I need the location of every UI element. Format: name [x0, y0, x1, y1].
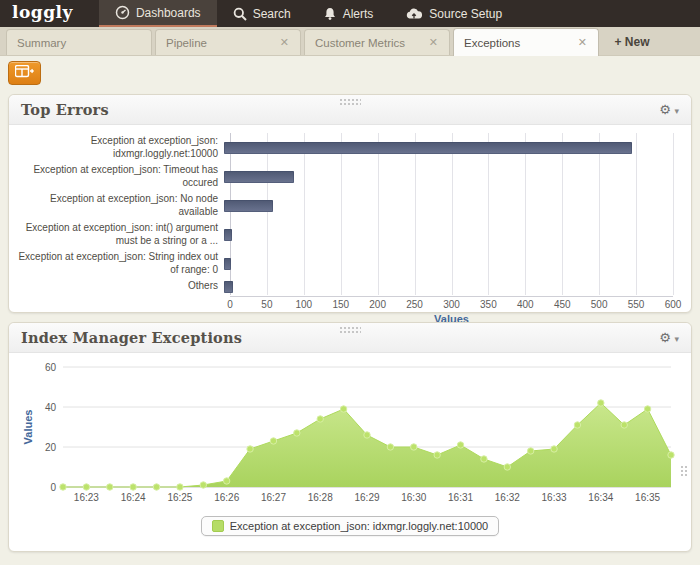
tab-exceptions[interactable]: Exceptions✕ — [453, 28, 599, 56]
chart-legend: Exception at exception_json: idxmgr.logg… — [19, 516, 681, 536]
panel-top-errors: Top Errors ⚙ ▾ Exception at exception_js… — [8, 94, 692, 313]
panel-drag-handle[interactable] — [339, 326, 361, 333]
bar-label: Exception at exception_json: int() argum… — [9, 222, 224, 247]
y-axis-label: Values — [22, 410, 34, 445]
search-icon — [233, 7, 247, 21]
svg-text:16:23: 16:23 — [74, 492, 99, 503]
bar-row: Exception at exception_json: int() argum… — [9, 220, 691, 249]
gear-icon[interactable]: ⚙ ▾ — [659, 330, 679, 345]
bar-row: Exception at exception_json: No node ava… — [9, 191, 691, 220]
close-icon[interactable]: ✕ — [426, 35, 441, 50]
cloud-icon — [405, 7, 423, 20]
svg-text:16:31: 16:31 — [448, 492, 473, 503]
gauge-icon — [115, 5, 130, 20]
bar-row: Others — [9, 278, 691, 295]
bell-icon — [323, 7, 337, 21]
top-errors-bar-chart: Exception at exception_json: idxmgr.logg… — [9, 125, 691, 333]
bar[interactable] — [224, 142, 632, 154]
tab-summary[interactable]: Summary — [6, 29, 152, 55]
svg-text:16:32: 16:32 — [495, 492, 520, 503]
bar-label: Exception at exception_json: Timeout has… — [9, 164, 224, 189]
svg-text:16:28: 16:28 — [308, 492, 333, 503]
nav-items: DashboardsSearchAlertsSource Setup — [99, 0, 518, 27]
top-nav: loggly DashboardsSearchAlertsSource Setu… — [0, 0, 700, 27]
svg-text:16:25: 16:25 — [167, 492, 192, 503]
nav-item-source-setup[interactable]: Source Setup — [389, 0, 518, 27]
bar-label: Exception at exception_json: String inde… — [9, 251, 224, 276]
svg-text:16:30: 16:30 — [401, 492, 426, 503]
tab-bar: SummaryPipeline✕Customer Metrics✕Excepti… — [0, 27, 700, 56]
area-chart-svg: 020406016:2316:2416:2516:2616:2716:2816:… — [19, 359, 683, 511]
svg-text:16:29: 16:29 — [354, 492, 379, 503]
legend-swatch — [212, 520, 224, 532]
dashboard-content: Top Errors ⚙ ▾ Exception at exception_js… — [0, 56, 700, 552]
close-icon[interactable]: ✕ — [575, 35, 590, 50]
nav-item-dashboards[interactable]: Dashboards — [99, 0, 217, 27]
resize-handle[interactable] — [680, 465, 688, 476]
bar-row: Exception at exception_json: Timeout has… — [9, 162, 691, 191]
bar-row: Exception at exception_json: idxmgr.logg… — [9, 133, 691, 162]
panel-drag-handle[interactable] — [339, 98, 361, 105]
tab-new[interactable]: + New — [602, 29, 660, 55]
bar-label: Exception at exception_json: No node ava… — [9, 193, 224, 218]
svg-text:16:27: 16:27 — [261, 492, 286, 503]
svg-text:0: 0 — [50, 482, 56, 493]
nav-item-search[interactable]: Search — [217, 0, 307, 27]
svg-text:16:35: 16:35 — [635, 492, 660, 503]
bar-row: Exception at exception_json: String inde… — [9, 249, 691, 278]
columns-plus-icon — [15, 65, 34, 82]
bar-label: Others — [9, 280, 224, 293]
loggly-logo[interactable]: loggly — [0, 0, 87, 27]
panel-index-manager-exceptions: Index Manager Exceptions ⚙ ▾ 020406016:2… — [8, 322, 692, 552]
bar-label: Exception at exception_json: idxmgr.logg… — [9, 135, 224, 160]
svg-text:20: 20 — [45, 442, 57, 453]
bar[interactable] — [224, 171, 294, 183]
svg-text:60: 60 — [45, 362, 57, 373]
close-icon[interactable]: ✕ — [277, 35, 292, 50]
bar[interactable] — [224, 258, 231, 270]
bar[interactable] — [224, 229, 232, 241]
legend-label: Exception at exception_json: idxmgr.logg… — [230, 520, 488, 532]
panel-title: Top Errors — [21, 101, 109, 118]
chevron-down-icon: ▾ — [674, 334, 679, 344]
tab-pipeline[interactable]: Pipeline✕ — [155, 29, 301, 55]
tab-customer-metrics[interactable]: Customer Metrics✕ — [304, 29, 450, 55]
bar[interactable] — [224, 281, 233, 293]
svg-text:16:33: 16:33 — [542, 492, 567, 503]
add-widget-button[interactable] — [8, 61, 41, 85]
panel-title: Index Manager Exceptions — [21, 329, 242, 346]
x-axis: 050100150200250300350400450500550600 — [230, 296, 673, 310]
svg-text:16:34: 16:34 — [588, 492, 613, 503]
svg-text:40: 40 — [45, 402, 57, 413]
bar[interactable] — [224, 200, 273, 212]
nav-item-alerts[interactable]: Alerts — [307, 0, 390, 27]
chevron-down-icon: ▾ — [674, 106, 679, 116]
svg-text:16:24: 16:24 — [121, 492, 146, 503]
index-manager-area-chart: 020406016:2316:2416:2516:2616:2716:2816:… — [9, 353, 691, 548]
svg-text:16:26: 16:26 — [214, 492, 239, 503]
gear-icon[interactable]: ⚙ ▾ — [659, 102, 679, 117]
